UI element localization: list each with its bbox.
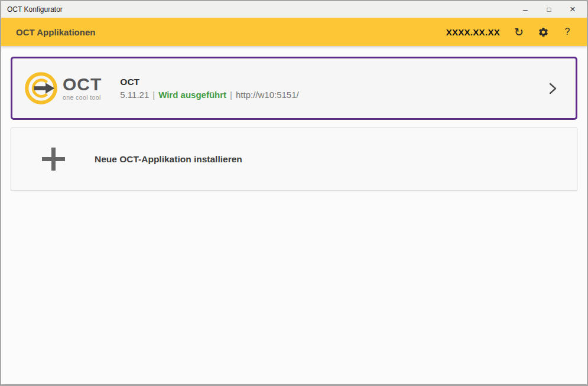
maximize-icon: □: [547, 5, 551, 14]
oct-logo-icon: [24, 71, 58, 105]
refresh-icon: ↻: [514, 27, 524, 38]
chevron-right-icon: [549, 83, 557, 94]
app-name: OCT: [120, 77, 298, 87]
minimize-button[interactable]: –: [514, 1, 537, 18]
gear-icon: [538, 27, 549, 38]
main-content: OCT one cool tool OCT 5.11.21|Wird ausge…: [1, 46, 587, 384]
install-card[interactable]: Neue OCT-Applikation installieren: [11, 127, 577, 191]
refresh-button[interactable]: ↻: [512, 25, 525, 39]
app-info: OCT 5.11.21|Wird ausgeführt|http://w10:5…: [120, 77, 298, 100]
window-controls: – □ ×: [514, 1, 587, 18]
close-icon: ×: [570, 4, 576, 15]
oct-logo: OCT one cool tool: [24, 71, 102, 105]
version-label: XXXX.XX.XX: [446, 27, 500, 37]
help-icon: ?: [565, 27, 570, 37]
maximize-button[interactable]: □: [537, 1, 561, 18]
install-label: Neue OCT-Applikation installieren: [95, 154, 242, 165]
app-window: OCT Konfigurator – □ × OCT Applikationen…: [0, 0, 588, 386]
separator: |: [230, 90, 232, 100]
logo-tagline: one cool tool: [63, 94, 102, 101]
separator: |: [152, 90, 155, 100]
app-meta: 5.11.21|Wird ausgeführt|http://w10:5151/: [120, 90, 298, 100]
window-title: OCT Konfigurator: [1, 5, 514, 14]
page-title: OCT Applikationen: [16, 27, 446, 37]
logo-text: OCT one cool tool: [63, 76, 102, 101]
close-button[interactable]: ×: [561, 1, 584, 18]
app-url: http://w10:5151/: [236, 90, 299, 100]
app-header: OCT Applikationen XXXX.XX.XX ↻ ?: [1, 18, 587, 46]
plus-icon: [42, 148, 65, 171]
minimize-icon: –: [523, 5, 528, 14]
help-button[interactable]: ?: [561, 25, 574, 39]
header-actions: XXXX.XX.XX ↻ ?: [446, 25, 574, 39]
settings-button[interactable]: [537, 25, 550, 39]
app-status-badge: Wird ausgeführt: [158, 90, 226, 100]
app-version: 5.11.21: [120, 90, 149, 100]
titlebar: OCT Konfigurator – □ ×: [1, 1, 587, 18]
app-card-oct[interactable]: OCT one cool tool OCT 5.11.21|Wird ausge…: [11, 57, 577, 120]
logo-wordmark: OCT: [63, 76, 102, 93]
